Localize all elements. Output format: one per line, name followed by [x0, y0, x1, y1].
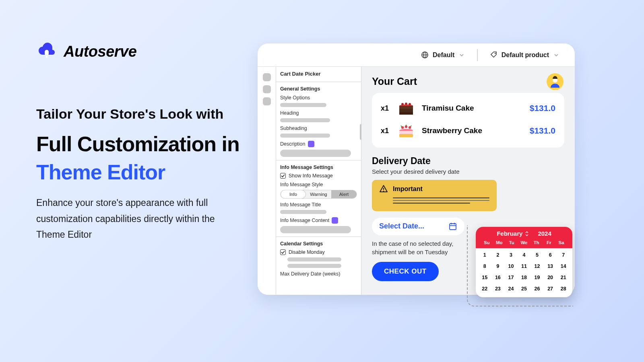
- product-selector[interactable]: Default product: [488, 49, 561, 61]
- rail-item[interactable]: [263, 97, 271, 105]
- headline-prefix: Full Customization in: [36, 132, 239, 156]
- calendar-day[interactable]: 23: [491, 284, 505, 293]
- rail-item[interactable]: [263, 73, 271, 81]
- disable-monday-label: Disable Monday: [289, 249, 325, 255]
- checkout-button[interactable]: CHECK OUT: [372, 262, 439, 281]
- cart-item-name: Tiramisu Cake: [422, 104, 523, 113]
- seg-alert[interactable]: Alert: [331, 190, 357, 199]
- info-alert-box: Important: [372, 180, 497, 211]
- brand-logo-icon: [36, 40, 57, 63]
- calendar-day[interactable]: 10: [504, 262, 518, 271]
- checkbox-checked-icon: [280, 249, 286, 255]
- svg-point-17: [383, 191, 384, 191]
- calendar-day[interactable]: 1: [478, 251, 491, 259]
- calendar-day[interactable]: 2: [491, 251, 505, 259]
- settings-title: Cart Date Picker: [280, 71, 357, 77]
- brand-row: Autoserve: [36, 40, 246, 63]
- max-delivery-label: Max Delivery Date (weeks): [280, 271, 357, 277]
- heading-field[interactable]: [280, 118, 330, 122]
- placeholder-field[interactable]: [287, 257, 341, 261]
- calendar-day[interactable]: 15: [478, 273, 491, 282]
- calendar-day[interactable]: 6: [544, 251, 557, 259]
- cart-row: x1 Tiramisu Cake $131.0: [379, 97, 557, 119]
- svg-rect-6: [399, 109, 413, 112]
- calendar-day[interactable]: 24: [504, 284, 518, 293]
- calendar-day[interactable]: 20: [544, 273, 557, 282]
- cart-row: x1 Strawberry Cake $131.0: [379, 119, 557, 142]
- cart-item-name: Strawberry Cake: [422, 126, 523, 135]
- calendar-day[interactable]: 11: [518, 262, 531, 271]
- checkbox-checked-icon: [280, 173, 286, 179]
- svg-rect-12: [399, 134, 413, 137]
- globe-icon: [421, 51, 429, 59]
- seg-warning[interactable]: Warning: [306, 190, 331, 199]
- headline-line-1: Tailor Your Store's Look with: [36, 106, 246, 122]
- marketing-description: Enhance your store's appearance with ful…: [36, 195, 246, 243]
- editor-topbar: Default Default product: [258, 43, 575, 67]
- info-content-field[interactable]: [280, 226, 351, 233]
- calendar-day[interactable]: 7: [557, 251, 570, 259]
- heading-label: Heading: [280, 110, 357, 116]
- cart-title: Your Cart: [372, 76, 564, 87]
- calendar-day[interactable]: 18: [518, 273, 531, 282]
- style-options-label: Style Options: [280, 95, 357, 101]
- calendar-day[interactable]: 4: [518, 251, 531, 259]
- style-options-field[interactable]: [280, 103, 326, 107]
- settings-panel: Cart Date Picker General Settings Style …: [276, 67, 361, 295]
- svg-point-8: [401, 103, 404, 105]
- calendar-day[interactable]: 19: [530, 273, 544, 282]
- calendar-day[interactable]: 16: [491, 273, 505, 282]
- calendar-weekdays: SuMoTuWeThFrSa: [481, 239, 568, 246]
- rich-text-icon: [332, 217, 338, 224]
- alert-text-line: [393, 200, 489, 201]
- subheading-label: Subheading: [280, 125, 357, 131]
- calendar-day[interactable]: 28: [557, 284, 570, 293]
- svg-rect-18: [450, 224, 456, 230]
- calendar-day[interactable]: 26: [530, 284, 544, 293]
- calendar-year: 2024: [538, 230, 551, 237]
- calendar-day[interactable]: 21: [557, 273, 570, 282]
- calendar-day[interactable]: 25: [518, 284, 531, 293]
- no-date-hint: In the case of no selected day, shipment…: [372, 239, 460, 256]
- calendar-day[interactable]: 22: [478, 284, 491, 293]
- cart-item-price: $131.0: [530, 103, 555, 113]
- calendar-day[interactable]: 14: [557, 262, 570, 271]
- tag-icon: [490, 51, 497, 59]
- topbar-divider: [477, 49, 478, 61]
- warning-icon: [379, 185, 388, 193]
- product-value: Default product: [502, 51, 549, 59]
- seg-info[interactable]: Info: [281, 190, 306, 199]
- subheading-field[interactable]: [280, 134, 330, 138]
- cart-item-price: $131.0: [530, 126, 555, 136]
- locale-value: Default: [433, 51, 454, 59]
- info-content-label: Info Message Content: [280, 217, 357, 224]
- calendar-day[interactable]: 12: [530, 262, 544, 271]
- settings-group-info: Info Message Settings: [280, 165, 357, 170]
- description-field[interactable]: [280, 150, 351, 157]
- info-title-field[interactable]: [280, 210, 326, 214]
- calendar-day[interactable]: 3: [504, 251, 518, 259]
- alert-text-line: [393, 203, 470, 204]
- svg-point-10: [409, 103, 411, 105]
- locale-selector[interactable]: Default: [419, 49, 466, 61]
- calendar-day[interactable]: 9: [491, 262, 505, 271]
- disable-monday-checkbox[interactable]: Disable Monday: [280, 249, 357, 255]
- calendar-widget[interactable]: February 2024 SuMoTuWeThFrSa 12345678910…: [476, 227, 572, 297]
- svg-rect-5: [399, 106, 413, 109]
- calendar-day[interactable]: 5: [530, 251, 544, 259]
- calendar-day[interactable]: 27: [544, 284, 557, 293]
- calendar-day[interactable]: 17: [504, 273, 518, 282]
- calendar-day-grid[interactable]: 1234567891011121314151617181920212223242…: [476, 248, 572, 297]
- avatar[interactable]: [547, 73, 564, 90]
- placeholder-field[interactable]: [287, 264, 341, 268]
- headline-accent: Theme Editor: [36, 160, 165, 184]
- info-style-segmented[interactable]: Info Warning Alert: [280, 190, 357, 199]
- calendar-day[interactable]: 8: [478, 262, 491, 271]
- show-info-checkbox[interactable]: Show Info Message: [280, 173, 357, 179]
- svg-rect-7: [399, 112, 413, 115]
- select-date-button[interactable]: Select Date...: [372, 218, 464, 235]
- rail-item[interactable]: [263, 85, 271, 93]
- month-stepper-icon[interactable]: [525, 231, 529, 237]
- calendar-day[interactable]: 13: [544, 262, 557, 271]
- select-date-label: Select Date...: [379, 222, 424, 230]
